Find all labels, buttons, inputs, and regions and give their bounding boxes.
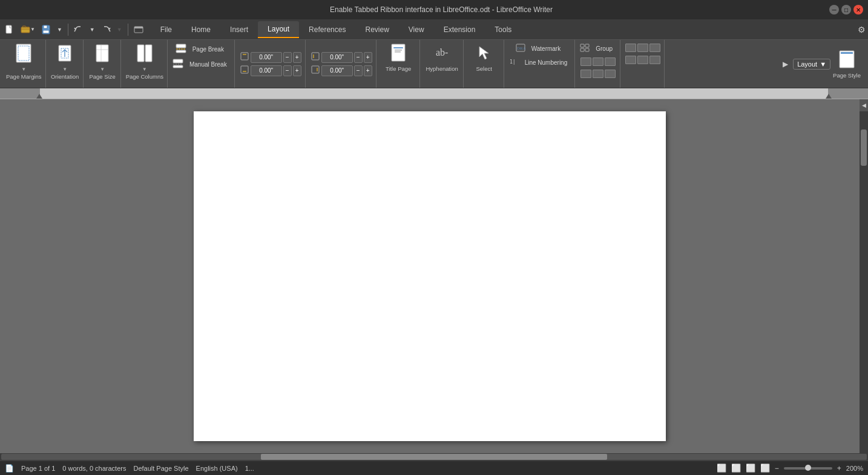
- view-web-icon[interactable]: ⬜: [731, 464, 741, 473]
- redo-button[interactable]: [99, 23, 113, 36]
- tab-review[interactable]: Review: [355, 21, 398, 38]
- align2-icon-6[interactable]: [649, 56, 660, 64]
- page-columns-button[interactable]: ▼: [131, 42, 158, 73]
- save-button[interactable]: [39, 23, 53, 36]
- align-icon-6[interactable]: [605, 70, 616, 78]
- toggle-ribbon-button[interactable]: [131, 23, 146, 36]
- view-presentation-icon[interactable]: ⬜: [746, 464, 755, 473]
- align-icon-3[interactable]: [605, 57, 616, 66]
- tab-insert[interactable]: Insert: [220, 21, 258, 38]
- svg-text:ab-: ab-: [436, 47, 448, 57]
- undo-button[interactable]: [71, 23, 86, 36]
- close-button[interactable]: ✕: [853, 5, 863, 15]
- open-button[interactable]: ▼: [18, 23, 38, 36]
- align-icon-4[interactable]: [580, 70, 591, 78]
- title-bar-controls: ─ □ ✕: [829, 5, 863, 15]
- spinner1-top-plus[interactable]: +: [293, 52, 301, 63]
- zoom-out-icon[interactable]: −: [775, 464, 779, 473]
- title-bar-center: Enable Tabbed Ribbon interface in LibreO…: [53, 5, 829, 14]
- view-book-icon[interactable]: ⬜: [760, 464, 770, 473]
- ruler-left-handle[interactable]: [36, 94, 42, 99]
- svg-rect-32: [395, 50, 402, 51]
- save-dropdown[interactable]: ▼: [54, 25, 65, 34]
- minimize-button[interactable]: ─: [829, 5, 839, 15]
- align-icon-1[interactable]: [580, 57, 591, 66]
- view-normal-icon[interactable]: ⬜: [717, 464, 726, 473]
- maximize-button[interactable]: □: [841, 5, 851, 15]
- align2-icon-5[interactable]: [637, 56, 648, 64]
- tab-layout[interactable]: Layout: [258, 21, 299, 38]
- page-margins-button[interactable]: ▼: [10, 42, 37, 73]
- title-page-label: Title Page: [386, 65, 411, 72]
- svg-rect-22: [241, 53, 248, 60]
- zoom-slider[interactable]: [784, 467, 832, 470]
- spinner2-top-plus[interactable]: +: [364, 52, 372, 63]
- manual-break-button[interactable]: Manual Break: [186, 60, 231, 69]
- align2-icon-1[interactable]: [625, 44, 636, 52]
- spinner1-bottom-input[interactable]: [251, 65, 282, 76]
- page-style-icon: [838, 50, 855, 70]
- spinner2-top-minus[interactable]: −: [354, 52, 363, 63]
- new-button[interactable]: [2, 23, 17, 36]
- title-bar: Enable Tabbed Ribbon interface in LibreO…: [0, 0, 868, 19]
- ruler: [0, 88, 868, 99]
- tab-file[interactable]: File: [151, 21, 182, 38]
- status-page-info: Page 1 of 1: [21, 465, 55, 472]
- tab-view[interactable]: View: [399, 21, 434, 38]
- spinner1-bottom-minus[interactable]: −: [283, 65, 292, 76]
- page-columns-label: Page Columns: [126, 73, 163, 80]
- svg-rect-1: [21, 27, 30, 33]
- align2-icon-4[interactable]: [625, 56, 636, 64]
- svg-rect-39: [585, 44, 589, 47]
- svg-rect-21: [173, 65, 183, 68]
- tab-home[interactable]: Home: [182, 21, 220, 38]
- redo-dropdown[interactable]: ▼: [114, 25, 125, 34]
- spinner1-top-row: − +: [240, 52, 301, 63]
- spinner2-bottom-plus[interactable]: +: [364, 65, 372, 76]
- scrollbar-collapse-button[interactable]: ◀: [860, 99, 868, 111]
- spinner2-bottom-input[interactable]: [321, 65, 353, 76]
- orientation-button[interactable]: ▼: [51, 42, 78, 73]
- spinner2-bottom-minus[interactable]: −: [354, 65, 363, 76]
- select-button[interactable]: [471, 42, 498, 65]
- hscroll-track: [1, 454, 867, 460]
- page-break-button[interactable]: Page Break: [189, 45, 228, 54]
- page-style-button[interactable]: [836, 49, 858, 71]
- settings-icon[interactable]: ⚙: [858, 25, 866, 34]
- tab-extension[interactable]: Extension: [434, 21, 485, 38]
- ribbon-group-orientation: ▼ Orientation: [47, 40, 84, 88]
- undo-dropdown[interactable]: ▼: [87, 25, 97, 34]
- ribbon-group-group: Group: [576, 40, 620, 88]
- spinner1-bottom-row: − +: [240, 65, 301, 76]
- tab-references[interactable]: References: [299, 21, 355, 38]
- scrollbar-thumb[interactable]: [861, 129, 867, 166]
- layout-dropdown-button[interactable]: Layout ▼: [793, 59, 830, 70]
- status-bar-right: ⬜ ⬜ ⬜ ⬜ − + 200%: [717, 464, 863, 473]
- spinner1-bottom-plus[interactable]: +: [293, 65, 301, 76]
- spinner1-top-minus[interactable]: −: [283, 52, 292, 63]
- spinner2-top-input[interactable]: [321, 52, 353, 63]
- zoom-in-icon[interactable]: +: [837, 464, 841, 473]
- align2-icon-2[interactable]: [637, 44, 648, 52]
- align-icon-5[interactable]: [593, 70, 603, 78]
- tab-tools[interactable]: Tools: [485, 21, 521, 38]
- ruler-right-handle[interactable]: [826, 94, 832, 99]
- spinner1-top-input[interactable]: [251, 52, 282, 63]
- title-page-button[interactable]: [385, 42, 412, 65]
- ribbon-expander-button[interactable]: ▶: [780, 59, 791, 70]
- menu-bar-right: ⚙: [858, 25, 866, 34]
- group-button[interactable]: Group: [592, 44, 616, 53]
- page-size-button[interactable]: ▼: [89, 42, 116, 73]
- line-numbering-button[interactable]: Line Numbering: [521, 58, 571, 67]
- hscroll-thumb[interactable]: [261, 454, 607, 460]
- page-break-row: Page Break: [176, 42, 228, 56]
- svg-rect-33: [395, 51, 401, 53]
- hyphenation-button[interactable]: ab-: [429, 42, 455, 65]
- align2-icon-3[interactable]: [649, 44, 660, 52]
- window-title: Enable Tabbed Ribbon interface in LibreO…: [330, 5, 553, 14]
- vertical-scrollbar: ◀: [860, 99, 868, 453]
- select-icon: [476, 44, 492, 64]
- watermark-button[interactable]: Watermark: [528, 44, 565, 53]
- svg-rect-43: [841, 52, 853, 54]
- align-icon-2[interactable]: [593, 57, 603, 66]
